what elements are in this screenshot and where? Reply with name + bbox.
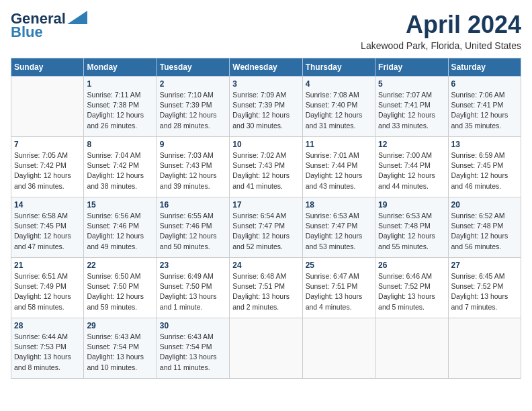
weekday-header-monday: Monday [84, 58, 157, 77]
weekday-header-saturday: Saturday [448, 58, 521, 77]
calendar-cell: 30Sunrise: 6:43 AM Sunset: 7:54 PM Dayli… [157, 318, 229, 379]
day-number: 11 [306, 140, 372, 149]
weekday-header-tuesday: Tuesday [157, 58, 229, 77]
day-info: Sunrise: 6:46 AM Sunset: 7:52 PM Dayligh… [378, 271, 445, 312]
svg-marker-0 [67, 11, 87, 24]
day-info: Sunrise: 6:53 AM Sunset: 7:47 PM Dayligh… [306, 211, 372, 252]
day-number: 16 [160, 200, 226, 210]
calendar-cell: 21Sunrise: 6:51 AM Sunset: 7:49 PM Dayli… [11, 258, 84, 318]
day-number: 7 [14, 140, 81, 149]
calendar-cell: 17Sunrise: 6:54 AM Sunset: 7:47 PM Dayli… [230, 197, 302, 258]
title-block: April 2024 Lakewood Park, Florida, Unite… [361, 11, 521, 51]
day-info: Sunrise: 6:52 AM Sunset: 7:48 PM Dayligh… [451, 211, 518, 252]
calendar-body: 1Sunrise: 7:11 AM Sunset: 7:38 PM Daylig… [11, 77, 521, 379]
day-number: 13 [451, 140, 518, 149]
day-number: 19 [378, 200, 445, 210]
day-info: Sunrise: 7:10 AM Sunset: 7:39 PM Dayligh… [160, 90, 226, 131]
weekday-header-thursday: Thursday [302, 58, 375, 77]
day-number: 15 [87, 200, 153, 210]
calendar-cell: 13Sunrise: 6:59 AM Sunset: 7:45 PM Dayli… [448, 137, 521, 197]
calendar-cell: 27Sunrise: 6:45 AM Sunset: 7:52 PM Dayli… [448, 258, 521, 318]
weekday-header-wednesday: Wednesday [230, 58, 302, 77]
day-info: Sunrise: 6:45 AM Sunset: 7:52 PM Dayligh… [451, 271, 518, 312]
day-number: 27 [451, 261, 518, 270]
day-number: 28 [14, 321, 81, 330]
calendar-cell [375, 318, 448, 379]
calendar-cell [448, 318, 521, 379]
calendar-cell [302, 318, 375, 379]
calendar-cell: 22Sunrise: 6:50 AM Sunset: 7:50 PM Dayli… [84, 258, 157, 318]
day-info: Sunrise: 6:56 AM Sunset: 7:46 PM Dayligh… [87, 211, 153, 252]
calendar-cell: 18Sunrise: 6:53 AM Sunset: 7:47 PM Dayli… [302, 197, 375, 258]
logo: General Blue [11, 11, 87, 40]
day-number: 18 [306, 200, 372, 210]
calendar-cell: 10Sunrise: 7:02 AM Sunset: 7:43 PM Dayli… [230, 137, 302, 197]
calendar-cell: 4Sunrise: 7:08 AM Sunset: 7:40 PM Daylig… [302, 77, 375, 137]
day-info: Sunrise: 7:03 AM Sunset: 7:43 PM Dayligh… [160, 150, 226, 191]
day-number: 5 [378, 79, 445, 89]
calendar-cell: 9Sunrise: 7:03 AM Sunset: 7:43 PM Daylig… [157, 137, 229, 197]
day-number: 6 [451, 79, 518, 89]
day-info: Sunrise: 6:43 AM Sunset: 7:54 PM Dayligh… [87, 332, 153, 373]
day-info: Sunrise: 7:04 AM Sunset: 7:42 PM Dayligh… [87, 150, 153, 191]
day-info: Sunrise: 7:11 AM Sunset: 7:38 PM Dayligh… [87, 90, 153, 131]
day-number: 25 [306, 261, 372, 270]
day-info: Sunrise: 6:55 AM Sunset: 7:46 PM Dayligh… [160, 211, 226, 252]
month-title: April 2024 [361, 11, 521, 39]
logo-icon [67, 11, 87, 24]
day-info: Sunrise: 6:49 AM Sunset: 7:50 PM Dayligh… [160, 271, 226, 312]
day-number: 30 [160, 321, 226, 330]
calendar-cell: 15Sunrise: 6:56 AM Sunset: 7:46 PM Dayli… [84, 197, 157, 258]
calendar-cell [230, 318, 302, 379]
calendar-cell: 19Sunrise: 6:53 AM Sunset: 7:48 PM Dayli… [375, 197, 448, 258]
calendar-cell: 1Sunrise: 7:11 AM Sunset: 7:38 PM Daylig… [84, 77, 157, 137]
location: Lakewood Park, Florida, United States [361, 40, 521, 51]
day-info: Sunrise: 7:06 AM Sunset: 7:41 PM Dayligh… [451, 90, 518, 131]
calendar-cell: 16Sunrise: 6:55 AM Sunset: 7:46 PM Dayli… [157, 197, 229, 258]
day-number: 29 [87, 321, 153, 330]
day-info: Sunrise: 7:05 AM Sunset: 7:42 PM Dayligh… [14, 150, 81, 191]
day-number: 8 [87, 140, 153, 149]
day-info: Sunrise: 7:00 AM Sunset: 7:44 PM Dayligh… [378, 150, 445, 191]
day-number: 21 [14, 261, 81, 270]
day-number: 23 [160, 261, 226, 270]
day-number: 10 [232, 140, 299, 149]
calendar-cell: 7Sunrise: 7:05 AM Sunset: 7:42 PM Daylig… [11, 137, 84, 197]
weekday-header-friday: Friday [375, 58, 448, 77]
calendar-cell: 8Sunrise: 7:04 AM Sunset: 7:42 PM Daylig… [84, 137, 157, 197]
page-header: General Blue April 2024 Lakewood Park, F… [11, 11, 521, 51]
day-number: 26 [378, 261, 445, 270]
day-info: Sunrise: 6:47 AM Sunset: 7:51 PM Dayligh… [306, 271, 372, 312]
day-number: 20 [451, 200, 518, 210]
calendar-cell: 26Sunrise: 6:46 AM Sunset: 7:52 PM Dayli… [375, 258, 448, 318]
calendar-cell: 28Sunrise: 6:44 AM Sunset: 7:53 PM Dayli… [11, 318, 84, 379]
day-info: Sunrise: 6:44 AM Sunset: 7:53 PM Dayligh… [14, 332, 81, 373]
calendar-cell: 29Sunrise: 6:43 AM Sunset: 7:54 PM Dayli… [84, 318, 157, 379]
day-info: Sunrise: 7:08 AM Sunset: 7:40 PM Dayligh… [306, 90, 372, 131]
day-info: Sunrise: 6:54 AM Sunset: 7:47 PM Dayligh… [232, 211, 299, 252]
day-info: Sunrise: 6:53 AM Sunset: 7:48 PM Dayligh… [378, 211, 445, 252]
calendar-cell: 12Sunrise: 7:00 AM Sunset: 7:44 PM Dayli… [375, 137, 448, 197]
calendar-cell: 20Sunrise: 6:52 AM Sunset: 7:48 PM Dayli… [448, 197, 521, 258]
calendar-cell: 6Sunrise: 7:06 AM Sunset: 7:41 PM Daylig… [448, 77, 521, 137]
day-number: 9 [160, 140, 226, 149]
calendar-cell [11, 77, 84, 137]
weekday-header-row: SundayMondayTuesdayWednesdayThursdayFrid… [11, 58, 521, 77]
calendar-cell: 14Sunrise: 6:58 AM Sunset: 7:45 PM Dayli… [11, 197, 84, 258]
calendar-cell: 2Sunrise: 7:10 AM Sunset: 7:39 PM Daylig… [157, 77, 229, 137]
day-info: Sunrise: 7:09 AM Sunset: 7:39 PM Dayligh… [232, 90, 299, 131]
day-info: Sunrise: 7:01 AM Sunset: 7:44 PM Dayligh… [306, 150, 372, 191]
calendar-cell: 11Sunrise: 7:01 AM Sunset: 7:44 PM Dayli… [302, 137, 375, 197]
day-number: 4 [306, 79, 372, 89]
calendar-week-5: 28Sunrise: 6:44 AM Sunset: 7:53 PM Dayli… [11, 318, 521, 379]
day-info: Sunrise: 6:58 AM Sunset: 7:45 PM Dayligh… [14, 211, 81, 252]
day-number: 14 [14, 200, 81, 210]
calendar-cell: 23Sunrise: 6:49 AM Sunset: 7:50 PM Dayli… [157, 258, 229, 318]
calendar-week-1: 1Sunrise: 7:11 AM Sunset: 7:38 PM Daylig… [11, 77, 521, 137]
calendar-cell: 24Sunrise: 6:48 AM Sunset: 7:51 PM Dayli… [230, 258, 302, 318]
day-info: Sunrise: 6:51 AM Sunset: 7:49 PM Dayligh… [14, 271, 81, 312]
day-info: Sunrise: 7:02 AM Sunset: 7:43 PM Dayligh… [232, 150, 299, 191]
day-number: 2 [160, 79, 226, 89]
day-info: Sunrise: 6:48 AM Sunset: 7:51 PM Dayligh… [232, 271, 299, 312]
day-number: 3 [232, 79, 299, 89]
